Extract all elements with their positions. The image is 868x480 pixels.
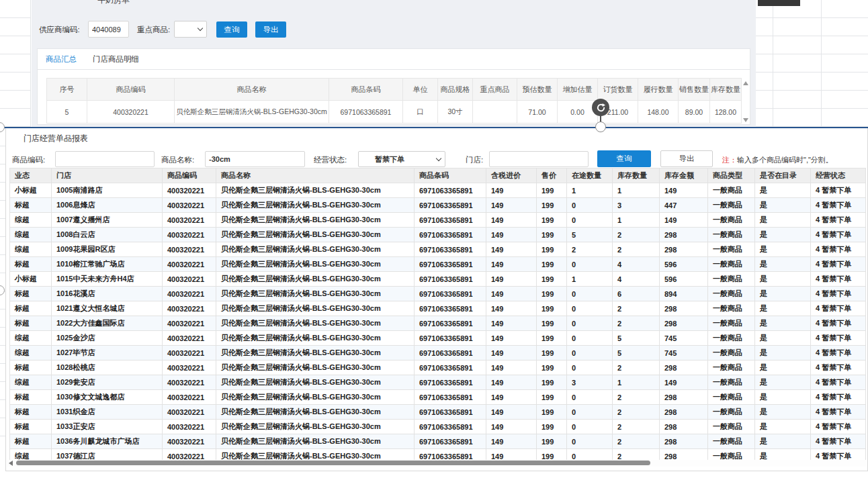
cell: 0.00: [558, 101, 598, 124]
cell: 一般商品: [708, 287, 755, 301]
splitter-drag-handle[interactable]: [595, 122, 606, 132]
cell: 0: [567, 434, 613, 449]
scrollbar-thumb[interactable]: [16, 461, 650, 465]
table-row: 综超1027毕节店400320221贝伦斯企鹅三层钢清汤火锅-BLS-GEHG3…: [10, 346, 866, 361]
cell: 综超: [10, 331, 52, 346]
cell: 一般商品: [708, 375, 755, 390]
cell: 1: [567, 183, 613, 198]
cell: 一般商品: [708, 242, 755, 257]
cell: 小标超: [10, 272, 52, 287]
cell: 3: [613, 198, 660, 213]
cell: 贝伦斯企鹅三层钢清汤火锅-BLS-GEHG30-30cm: [216, 331, 415, 346]
product-code-input[interactable]: [55, 151, 155, 167]
cell: 199: [537, 420, 567, 434]
cell: 贝伦斯企鹅三层钢清汤火锅-BLS-GEHG30-30cm: [216, 213, 415, 228]
cell: 4 暂禁下单: [811, 316, 866, 331]
bottom-export-button[interactable]: 导出: [660, 150, 713, 167]
spreadsheet-grid-left: [0, 0, 31, 127]
table-row: 标超1036务川麒龙城市广场店400320221贝伦斯企鹅三层钢清汤火锅-BLS…: [10, 434, 866, 449]
cell: 1029瓮安店: [52, 375, 163, 390]
cell: 是: [755, 183, 811, 198]
header-cell: 商品名称: [216, 169, 415, 183]
cell: 149: [486, 375, 537, 390]
cell: 400320221: [163, 331, 216, 346]
cell: 贝伦斯企鹅三层钢清汤火锅-BLS-GEHG30-30cm: [216, 375, 415, 390]
cell: 199: [537, 361, 567, 375]
cell: 2: [613, 361, 660, 375]
cell: 400320221: [163, 420, 216, 434]
cell: 2: [613, 405, 660, 420]
cell: 199: [537, 198, 567, 213]
cell: 是: [755, 405, 811, 420]
status-select[interactable]: 暂禁下单: [358, 151, 445, 167]
cell: 4 暂禁下单: [811, 420, 866, 434]
key-product-select[interactable]: [174, 21, 207, 38]
cell: 4 暂禁下单: [811, 272, 866, 287]
cell: 0: [567, 331, 613, 346]
tab-product-summary[interactable]: 商品汇总: [38, 49, 85, 70]
cell: 71.00: [517, 101, 558, 124]
cell: 4 暂禁下单: [811, 434, 866, 449]
cell: 128.00: [710, 101, 742, 124]
cell: 1016花溪店: [52, 287, 163, 301]
supplier-code-input[interactable]: [88, 21, 129, 38]
cell: 0: [567, 257, 613, 272]
cell: 199: [537, 316, 567, 331]
cell: 6971063365891: [415, 242, 486, 257]
cell: 298: [660, 316, 708, 331]
cell: 是: [755, 242, 811, 257]
horizontal-scrollbar[interactable]: [7, 460, 867, 467]
grid-column-line: [30, 0, 31, 127]
refresh-icon[interactable]: [592, 99, 609, 116]
cell: 400320221: [163, 346, 216, 361]
cell: 400320221: [163, 198, 216, 213]
cell: 6971063365891: [415, 301, 486, 316]
product-name-input[interactable]: [205, 151, 305, 167]
chevron-down-icon: [436, 155, 441, 160]
table-row: 标超1006息烽店400320221贝伦斯企鹅三层钢清汤火锅-BLS-GEHG3…: [10, 198, 866, 213]
triangle-left-icon[interactable]: [9, 461, 13, 466]
cell: 6971063365891: [415, 257, 486, 272]
cell: 400320221: [163, 434, 216, 449]
header-cell: 商品条码: [415, 169, 486, 183]
table-row: 标超1022大方佳鑫国际店400320221贝伦斯企鹅三层钢清汤火锅-BLS-G…: [10, 316, 866, 331]
cell: 是: [755, 346, 811, 361]
cell: 6971063365891: [415, 213, 486, 228]
tab-store-product-detail[interactable]: 门店商品明细: [85, 49, 147, 70]
cell: 298: [660, 242, 708, 257]
triangle-up-icon[interactable]: [743, 81, 748, 85]
cell: 199: [537, 390, 567, 405]
top-query-button[interactable]: 查询: [216, 21, 247, 38]
cell: 400320221: [163, 390, 216, 405]
cell: 149: [486, 242, 537, 257]
cell: 1: [613, 183, 660, 198]
cell: 0: [567, 287, 613, 301]
cell: 是: [755, 287, 811, 301]
header-cell: 增加估量: [558, 79, 598, 101]
cell: 149: [486, 287, 537, 301]
bottom-query-button[interactable]: 查询: [597, 150, 651, 167]
cell: 2: [613, 420, 660, 434]
cell: 298: [660, 420, 708, 434]
cell: 400320221: [163, 213, 216, 228]
cell: 149: [486, 316, 537, 331]
top-export-button[interactable]: 导出: [255, 21, 286, 38]
cell: 贝伦斯企鹅三层钢清汤火锅-BLS-GEHG30-30cm: [216, 361, 415, 375]
cell: 标超: [10, 287, 52, 301]
cell: 贝伦斯企鹅三层钢清汤火锅-BLS-GEHG30-30cm: [216, 228, 415, 242]
cell: 4: [613, 272, 660, 287]
header-cell: 履行数量: [638, 79, 679, 101]
triangle-down-icon[interactable]: [743, 118, 748, 122]
cell: 5: [47, 101, 87, 124]
table-row: 标超1030修文文城逸都店400320221贝伦斯企鹅三层钢清汤火锅-BLS-G…: [10, 390, 866, 405]
cell: 4: [613, 257, 660, 272]
store-input[interactable]: [489, 151, 589, 167]
cell: 400320221: [163, 183, 216, 198]
cell: 6971063365891: [415, 390, 486, 405]
cell: 贝伦斯企鹅三层钢清汤火锅-BLS-GEHG30-30cm: [216, 287, 415, 301]
cell: 6971063365891: [415, 316, 486, 331]
grid-column-line: [773, 0, 773, 127]
cell: 是: [755, 228, 811, 242]
cell: 1030修文文城逸都店: [52, 390, 163, 405]
cell: 0: [567, 405, 613, 420]
